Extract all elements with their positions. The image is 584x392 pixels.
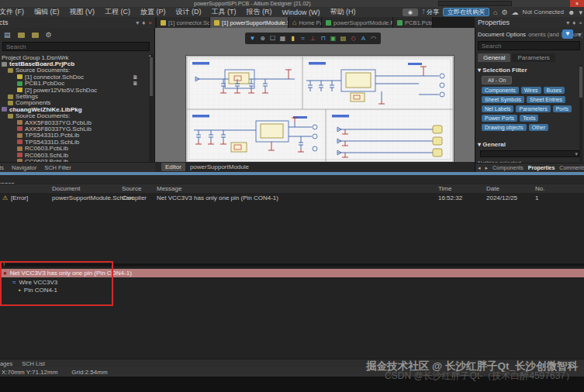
- messages-tab[interactable]: Messages: [0, 175, 584, 184]
- wire-tool-icon[interactable]: ≈: [299, 35, 307, 42]
- user-caret-icon[interactable]: ▾: [579, 9, 582, 16]
- panel-close-icon[interactable]: ×: [148, 19, 152, 26]
- tab-powersupportmodule-schdoc[interactable]: [1] powerSupportModule.SchDoc: [210, 17, 289, 28]
- filter-power-ports[interactable]: Power Ports: [482, 115, 517, 122]
- filter-drawing-objects[interactable]: Drawing objects: [482, 124, 527, 131]
- general-combo-box[interactable]: ▾: [480, 150, 579, 157]
- message-row[interactable]: ⚠ [Error] powerSupportModule.SchDoc Comp…: [0, 194, 584, 202]
- tab-powersupportmodule-pcbdoc[interactable]: powerSupportModule.PcbDoc: [322, 17, 393, 28]
- panel-dropdown-icon[interactable]: ▾: [566, 19, 569, 26]
- filter-other[interactable]: Other: [529, 124, 549, 131]
- menu-view[interactable]: 视图 (V): [64, 7, 101, 17]
- close-window-button[interactable]: ×: [570, 0, 584, 7]
- select-rect-tool-icon[interactable]: ☐: [268, 35, 277, 42]
- menu-tools[interactable]: 工具 (T): [206, 7, 242, 17]
- tab-navigator[interactable]: Navigator: [12, 164, 36, 171]
- tree-item[interactable]: PCB1.PcbDoc🗎: [0, 81, 149, 87]
- tab-general[interactable]: General: [478, 53, 510, 62]
- properties-search-input[interactable]: [478, 41, 580, 50]
- titlebar-search-box[interactable]: [438, 1, 512, 6]
- open-project-icon[interactable]: [18, 33, 25, 38]
- off-sheet-tool-icon[interactable]: ◇: [349, 35, 358, 42]
- text-tool-icon[interactable]: A: [359, 35, 368, 42]
- all-on-button[interactable]: All - On: [482, 76, 512, 84]
- tab-sch-list[interactable]: SCH List: [22, 360, 45, 367]
- details-splitter[interactable]: ⊤: [0, 263, 584, 266]
- general-section[interactable]: ▾ General: [478, 141, 506, 148]
- menu-edit[interactable]: 编辑 (E): [29, 7, 65, 17]
- panel-pin-icon[interactable]: ♦: [572, 19, 575, 26]
- menu-window[interactable]: Window (W): [277, 9, 326, 16]
- snapshot-button[interactable]: ◉: [403, 9, 418, 16]
- tree-item[interactable]: RC0603.SchLib: [0, 152, 149, 158]
- arc-tool-icon[interactable]: ◠: [369, 35, 378, 42]
- projects-search-input[interactable]: [2, 42, 150, 51]
- col-date[interactable]: Date: [486, 185, 499, 192]
- tree-scrollbar[interactable]: ▴ ▾: [149, 54, 154, 164]
- filter-net-labels[interactable]: Net Labels: [482, 105, 513, 112]
- tab-connector-schdoc[interactable]: [1] connector.SchDoc: [157, 17, 210, 28]
- panel-tab-scroll-right-icon[interactable]: ▸: [486, 165, 489, 171]
- col-document[interactable]: Document: [52, 185, 80, 192]
- menu-reports[interactable]: 报告 (R): [241, 7, 278, 17]
- panel-close-icon[interactable]: ×: [579, 19, 582, 26]
- add-project-icon[interactable]: [32, 33, 39, 38]
- tab-home-page[interactable]: ⌂ Home Page: [289, 17, 322, 28]
- filter-parameters[interactable]: Parameters: [516, 105, 550, 112]
- filter-tool-icon[interactable]: ▼: [248, 35, 257, 42]
- filter-ports[interactable]: Ports: [553, 105, 572, 112]
- tab-messages[interactable]: Messages: [0, 360, 12, 367]
- panel-settings-icon[interactable]: ⚙: [46, 31, 52, 39]
- power-port-tool-icon[interactable]: ⊥: [309, 35, 317, 42]
- column-tool-icon[interactable]: ▮: [289, 35, 297, 42]
- connection-status[interactable]: Not Connected: [523, 9, 564, 15]
- filter-sheet-symbols[interactable]: Sheet Symbols: [482, 96, 524, 103]
- menu-place[interactable]: 放置 (P): [135, 7, 171, 17]
- menu-project[interactable]: 工程 (C): [99, 7, 136, 17]
- panel-tab-scroll-left-icon[interactable]: ◂: [478, 165, 481, 171]
- tree-item[interactable]: RC0603.PcbLib: [0, 145, 149, 151]
- filter-sheet-entries[interactable]: Sheet Entries: [527, 96, 565, 103]
- menu-design[interactable]: 设计 (D): [171, 7, 207, 17]
- filter-buses[interactable]: Buses: [544, 87, 565, 94]
- tab-properties-panel[interactable]: Properties: [528, 165, 555, 170]
- align-tool-icon[interactable]: ▦: [278, 35, 287, 42]
- tab-projects[interactable]: Projects: [0, 164, 4, 171]
- col-source[interactable]: Source: [122, 185, 141, 192]
- filter-wires[interactable]: Wires: [521, 87, 541, 94]
- editor-badge[interactable]: Editor: [161, 163, 185, 171]
- properties-scrollbar[interactable]: [579, 65, 582, 162]
- menu-help[interactable]: 帮助 (H): [325, 7, 361, 17]
- tab-sch-filter[interactable]: SCH Filter: [44, 164, 71, 171]
- selection-filter-section[interactable]: ▾ Selection Filter: [478, 67, 527, 74]
- bus-entry-tool-icon[interactable]: ⊓: [319, 35, 327, 42]
- tree-item[interactable]: TPS54331D.SchLib: [0, 139, 149, 145]
- sheet-symbol-tool-icon[interactable]: ▣: [329, 35, 337, 42]
- menu-file[interactable]: 文件 (F): [0, 7, 29, 17]
- move-tool-icon[interactable]: ⊕: [258, 35, 267, 42]
- buy-online-button[interactable]: 立即在线购买: [443, 8, 489, 16]
- sheet-entry-tool-icon[interactable]: ▤: [339, 35, 347, 42]
- filter-components[interactable]: Components: [482, 87, 519, 94]
- panel-dropdown-icon[interactable]: ▾: [136, 19, 139, 26]
- user-icon[interactable]: ☻: [568, 9, 575, 16]
- tab-comments-panel[interactable]: Comments: [559, 165, 584, 170]
- error-detail-row[interactable]: ● Net VCC3V3 has only one pin (Pin CON4-…: [0, 269, 584, 277]
- schematic-sheet[interactable]: [186, 56, 454, 163]
- col-message[interactable]: Message: [157, 185, 181, 192]
- tree-item[interactable]: [1] connector.SchDoc🗎: [0, 74, 149, 80]
- breadcrumb-document[interactable]: powerSupportModule: [190, 163, 249, 170]
- panel-pin-icon[interactable]: ♦: [142, 19, 145, 26]
- filter-texts[interactable]: Texts: [520, 115, 538, 122]
- col-time[interactable]: Time: [438, 185, 451, 192]
- tab-components-panel[interactable]: Components: [492, 165, 524, 170]
- tab-parameters[interactable]: Parameters: [512, 53, 555, 62]
- home-icon[interactable]: ⌂: [493, 9, 497, 16]
- filter-caret-icon[interactable]: ▾: [578, 31, 581, 38]
- share-button[interactable]: ⤴分享: [422, 8, 439, 16]
- gear-icon[interactable]: ⚙: [502, 9, 508, 16]
- detail-wire-row[interactable]: ≈ Wire VCC3V3: [0, 278, 584, 286]
- col-no[interactable]: No.: [535, 185, 544, 192]
- tab-pcb1-pcbdoc[interactable]: PCB1.PcbDoc: [393, 17, 433, 28]
- new-document-icon[interactable]: ▤: [4, 31, 11, 39]
